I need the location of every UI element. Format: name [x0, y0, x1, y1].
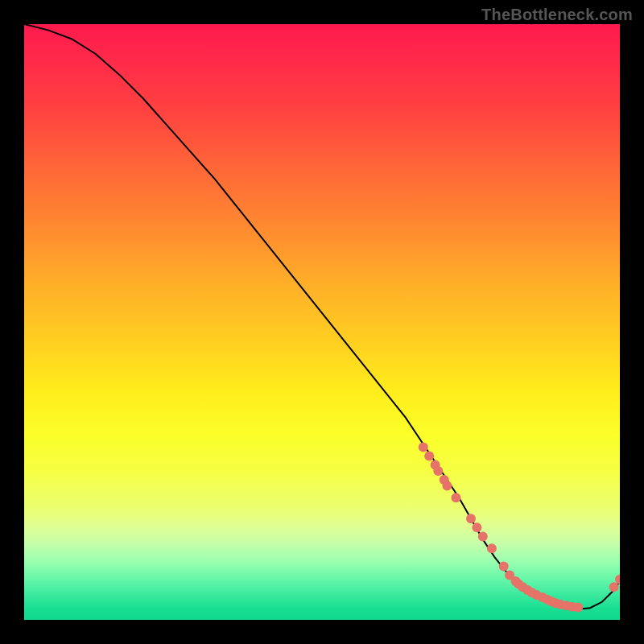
watermark-text: TheBottleneck.com: [481, 6, 633, 23]
chart-root: TheBottleneck.com: [0, 0, 644, 644]
gradient-background: [24, 24, 620, 620]
plot-area: [24, 24, 620, 620]
